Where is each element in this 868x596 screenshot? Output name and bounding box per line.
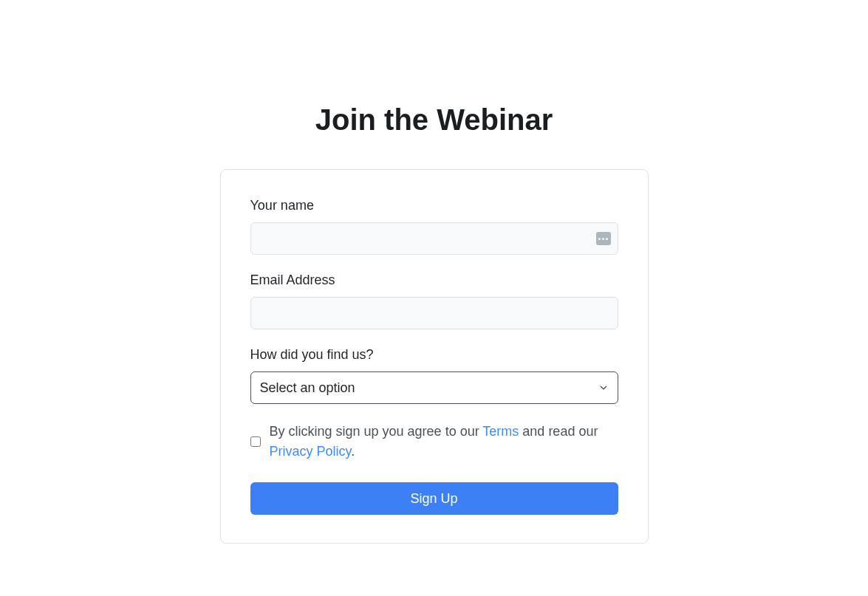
source-select[interactable]: Select an option (250, 371, 618, 404)
email-label: Email Address (250, 273, 618, 288)
autofill-icon[interactable] (596, 232, 611, 245)
email-field-group: Email Address (250, 273, 618, 329)
signup-form-card: Your name Email Address How did you find… (220, 169, 649, 544)
source-field-group: How did you find us? Select an option (250, 347, 618, 404)
name-input[interactable] (250, 222, 618, 255)
name-label: Your name (250, 198, 618, 213)
signup-button[interactable]: Sign Up (250, 482, 618, 515)
terms-link[interactable]: Terms (482, 424, 519, 439)
consent-label: By clicking sign up you agree to our Ter… (270, 422, 618, 462)
page-title: Join the Webinar (220, 103, 649, 137)
privacy-link[interactable]: Privacy Policy (270, 444, 352, 459)
consent-text-before: By clicking sign up you agree to our (270, 424, 483, 439)
email-input[interactable] (250, 297, 618, 329)
source-label: How did you find us? (250, 347, 618, 363)
consent-checkbox[interactable] (250, 436, 261, 447)
consent-text-after: . (351, 444, 355, 459)
consent-text-middle: and read our (519, 424, 598, 439)
consent-check-group: By clicking sign up you agree to our Ter… (250, 422, 618, 462)
name-field-group: Your name (250, 198, 618, 255)
